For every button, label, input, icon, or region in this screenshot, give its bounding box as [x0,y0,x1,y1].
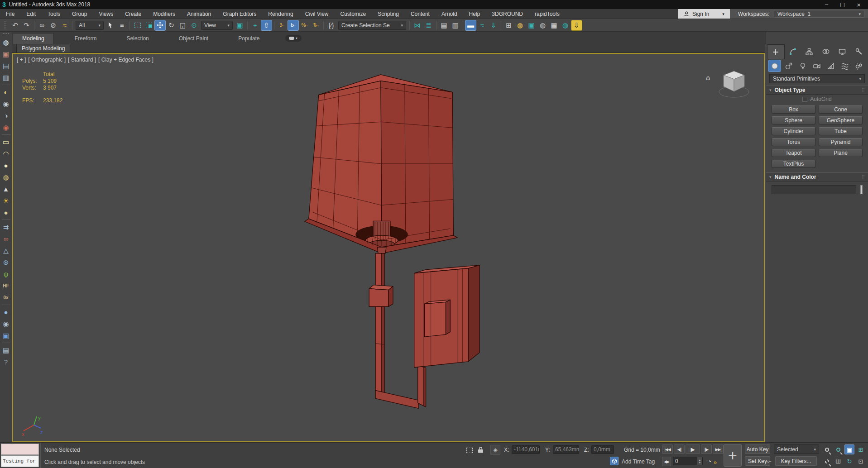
spinner-snap-toggle-button[interactable]: ⇅⌐ [310,20,321,31]
schematic-view-button[interactable]: ⊞ [503,20,514,31]
menu-item[interactable]: Rendering [262,11,299,17]
category-shapes[interactable] [782,60,795,72]
name-and-color-rollout[interactable]: ▾ Name and Color ⠿ [766,172,868,181]
tab-utilities[interactable] [851,44,868,59]
use-pivot-point-button[interactable]: ▣ [234,20,245,31]
snaps-toggle-25d-button[interactable]: b⌐ [288,20,299,31]
category-cameras[interactable] [810,60,823,72]
go-to-start-button[interactable]: |◀◀ [662,444,673,454]
particle-array-icon[interactable]: ⇉ [1,222,11,232]
zoom-button[interactable] [822,444,832,454]
go-to-end-button[interactable]: ▶▶| [713,444,724,454]
named-selection-sets-button[interactable]: {⁄} [326,20,337,31]
hair-fur-icon[interactable]: HF [1,281,11,291]
viewport-menu-pov[interactable]: [ Orthographic ] [28,57,66,63]
grass-icon[interactable]: ψ [1,269,11,279]
autogrid-checkbox[interactable] [802,97,807,102]
absolute-mode-transform-button[interactable]: ◈ [490,445,500,455]
view-cube[interactable]: ⌂ [703,66,754,103]
select-and-place-button[interactable]: ⊙ [188,20,200,31]
minimize-button[interactable]: – [825,2,828,7]
primitive-button[interactable]: Cone [819,105,863,114]
toggle-scene-explorer-button[interactable]: ▤ [438,20,450,31]
menu-item[interactable]: Group [66,11,93,17]
menu-item[interactable]: Views [93,11,119,17]
viewport-menu-shading[interactable]: [ Clay + Edged Faces ] [98,57,153,63]
selection-filter-dropdown[interactable]: All ▾ [76,21,104,30]
primitive-button[interactable]: Pyramid [819,138,863,146]
primitive-button[interactable]: GeoSphere [819,116,863,124]
time-configuration-button[interactable]: ◔ [705,456,715,466]
area-light-icon[interactable]: ▭ [1,137,11,147]
x-coordinate-field[interactable]: -1140,601mm [512,445,540,454]
maxscript-mini-listener-top[interactable] [1,444,39,455]
toolbar-grip[interactable] [3,33,9,35]
maximize-viewport-toggle-button[interactable]: ⊡ [856,456,866,466]
region-sphere-icon[interactable]: ▣ [1,331,11,340]
slate-material-editor-button[interactable]: ▣ [526,20,537,31]
object-type-rollout[interactable]: ▾ Object Type ⠿ [766,86,868,95]
help-icon[interactable]: ? [1,357,11,367]
primitive-button[interactable]: Tube [819,127,863,135]
ribbon-tab[interactable]: Populate [229,33,269,44]
viewport-menu-general[interactable]: [ + ] [17,57,26,63]
menu-item[interactable]: Edit [20,11,42,17]
snaps-toggle-3d-button[interactable]: 3⌐ [276,20,288,31]
rendered-frame-window-button[interactable]: ▦ [548,20,560,31]
space-warp-icon[interactable]: △ [1,246,11,255]
menu-item[interactable]: Civil View [299,11,335,17]
category-lights[interactable] [796,60,809,72]
spheres-pair-icon[interactable]: ∞ [1,234,11,244]
light-lister-icon[interactable]: ◐ [1,87,11,97]
curve-editor-button[interactable]: ≈ [476,20,488,31]
model-wall-sconce[interactable] [13,54,764,441]
batch-render-icon[interactable]: ▥ [1,73,11,82]
primitive-button[interactable]: Torus [772,138,815,146]
rock-icon[interactable]: ⊛ [1,258,11,267]
select-and-rotate-button[interactable]: ↻ [166,20,177,31]
ribbon-tab[interactable]: Modeling [13,33,54,44]
toggle-layer-explorer-button[interactable]: ▥ [450,20,461,31]
select-and-link-button[interactable]: ∞ [36,20,48,31]
viewcube-cube[interactable] [724,71,744,91]
menu-item[interactable]: Create [119,11,147,17]
primitive-button[interactable]: Sphere [772,116,815,124]
maxscript-mini-listener-input[interactable]: Testing for ; [1,455,39,467]
category-helpers[interactable] [824,60,837,72]
viewport-menu-standard[interactable]: [ Standard ] [68,57,96,63]
frame-spinner[interactable]: ▴▾ [697,457,702,465]
tab-hierarchy[interactable] [801,44,818,59]
named-selection-sets-dropdown[interactable]: Create Selection Se ▾ [338,21,406,30]
volume-cone-icon[interactable]: ▲ [1,184,11,194]
menu-item[interactable]: File [0,11,20,17]
primitive-button[interactable]: Teapot [772,149,815,157]
play-button[interactable]: ▶ [686,444,700,454]
primitive-button[interactable]: Cylinder [772,127,815,135]
mirror-button[interactable]: ⋈ [412,20,423,31]
align-button[interactable]: ≣ [423,20,434,31]
z-coordinate-field[interactable]: 0,0mm [591,445,614,454]
select-and-scale-button[interactable]: ◱ [177,20,188,31]
tab-modify[interactable] [785,44,801,59]
sunlight-icon[interactable]: ☀ [1,196,11,205]
category-spacewarps[interactable] [838,60,851,72]
toggle-ribbon-button[interactable]: ▬ [465,20,476,31]
render-a360-button[interactable]: ⇩ [571,20,582,31]
select-object-button[interactable] [105,20,116,31]
undo-button[interactable]: ↶ [10,20,21,31]
bind-to-spacewarp-button[interactable]: ≈ [59,20,70,31]
menu-item[interactable]: Animation [181,11,217,17]
add-time-tag[interactable]: Add Time Tag [622,458,655,465]
primitive-button[interactable]: Plane [819,149,863,157]
object-color-swatch[interactable] [860,185,863,194]
viewport-orthographic[interactable]: [ + ] [ Orthographic ] [ Standard ] [ Cl… [12,53,765,442]
set-keys-button[interactable]: + [724,444,742,467]
dope-sheet-button[interactable]: ⇓ [488,20,499,31]
zoom-extents-button[interactable]: ▣ [844,444,854,454]
viewcube-home-icon[interactable]: ⌂ [706,74,710,82]
sphere-tan-icon[interactable]: ● [1,208,11,217]
select-object-preview-icon[interactable]: ◉ [1,319,11,329]
select-by-name-button[interactable]: ≡ [116,20,128,31]
ribbon-config-dropdown[interactable]: ▾ [285,35,302,42]
rectangular-selection-region-button[interactable] [132,20,143,31]
